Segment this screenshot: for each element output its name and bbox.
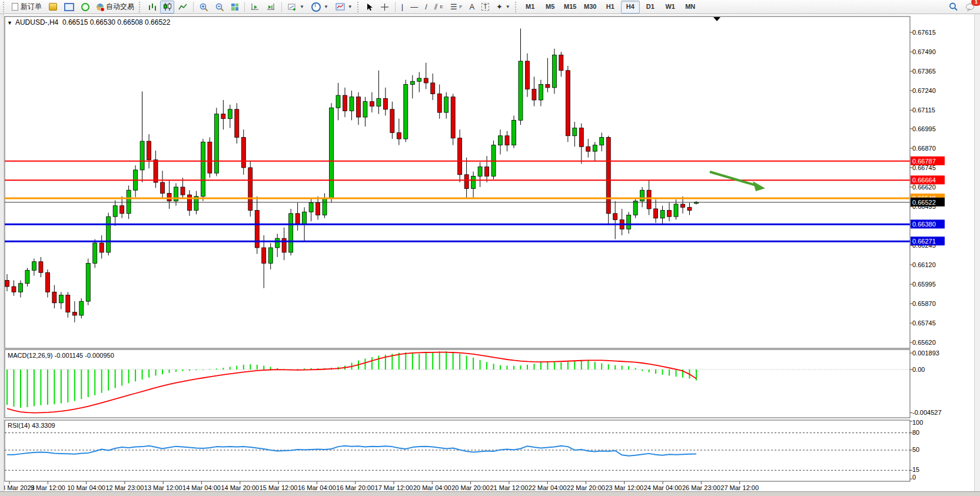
symbol-dropdown-icon[interactable]: ▼	[7, 20, 12, 26]
chevron-down-icon: ▼	[324, 4, 328, 9]
zoom-in-button[interactable]	[197, 1, 211, 14]
svg-text:27 Mar 12:00: 27 Mar 12:00	[720, 484, 759, 491]
svg-text:0.66120: 0.66120	[912, 261, 936, 268]
svg-text:26 Mar 23:00: 26 Mar 23:00	[682, 484, 720, 491]
main-toolbar: 新订单 自动交易	[0, 0, 980, 14]
svg-text:0.00: 0.00	[912, 366, 925, 373]
svg-text:14 Mar 04:00: 14 Mar 04:00	[182, 484, 221, 491]
gold-box-icon	[49, 3, 57, 11]
auto-scroll-icon	[251, 3, 260, 11]
trendline-tool[interactable]: /	[422, 1, 430, 14]
chart-canvas[interactable]: 0.676150.674900.673650.672400.671150.669…	[0, 14, 980, 496]
tile-windows-icon	[231, 4, 238, 11]
svg-text:0.65995: 0.65995	[912, 281, 936, 288]
toolbar-separator	[244, 2, 245, 12]
svg-text:0.66620: 0.66620	[912, 184, 936, 191]
svg-text:0.65870: 0.65870	[912, 300, 936, 307]
bar-chart-button[interactable]	[145, 1, 159, 14]
chevron-down-icon: ▼	[348, 4, 353, 9]
new-order-button[interactable]: 新订单	[9, 1, 45, 14]
candlestick-icon	[163, 3, 171, 11]
periods-button[interactable]: ▼	[308, 1, 331, 14]
text-label-tool[interactable]: T	[479, 1, 492, 14]
new-chart-icon	[288, 3, 297, 11]
svg-text:0.001893: 0.001893	[912, 349, 939, 357]
svg-text:0.67365: 0.67365	[912, 68, 936, 75]
svg-text:0.65745: 0.65745	[912, 319, 936, 327]
fibonacci-tool[interactable]: ☰F	[447, 1, 466, 14]
equidistant-channel-tool[interactable]: ⫽E	[431, 1, 446, 14]
timeframe-m30[interactable]: M30	[581, 1, 600, 14]
svg-text:24 Mar 04:00: 24 Mar 04:00	[644, 484, 682, 491]
toolbar-separator	[193, 2, 194, 12]
chart-ohlc-values: 0.66515 0.66530 0.66508 0.66522	[62, 18, 171, 26]
svg-text:23 Mar 12:00: 23 Mar 12:00	[605, 484, 643, 491]
templates-button[interactable]: ▼	[333, 1, 356, 14]
svg-text:0.66870: 0.66870	[912, 145, 936, 152]
zoom-out-button[interactable]	[212, 1, 227, 14]
auto-trading-icon	[97, 4, 104, 11]
svg-text:0.66522: 0.66522	[912, 199, 936, 206]
text-icon: A	[469, 3, 474, 11]
crosshair-icon	[380, 3, 389, 11]
svg-text:16 Mar 04:00: 16 Mar 04:00	[298, 484, 336, 491]
auto-trading-label: 自动交易	[106, 2, 134, 12]
svg-text:9 Mar 12:00: 9 Mar 12:00	[31, 484, 65, 491]
svg-text:0.67115: 0.67115	[912, 106, 935, 114]
data-window-button[interactable]	[61, 1, 77, 14]
new-chart-button[interactable]: ▼	[285, 1, 307, 14]
chart-shift-button[interactable]	[264, 1, 278, 14]
new-order-label: 新订单	[21, 2, 42, 12]
line-chart-icon	[178, 3, 187, 11]
tile-windows-button[interactable]	[228, 1, 241, 14]
rsi-indicator-label: RSI(14) 43.3309	[8, 422, 55, 429]
timeframe-w1[interactable]: W1	[661, 1, 680, 14]
search-button[interactable]	[946, 1, 961, 14]
arrows-tool[interactable]: ✦▼	[493, 1, 513, 14]
timeframe-h1[interactable]: H1	[601, 1, 620, 14]
svg-text:15 Mar 12:00: 15 Mar 12:00	[260, 484, 298, 491]
vertical-line-tool[interactable]: |	[398, 1, 406, 14]
horizontal-line-tool[interactable]: —	[407, 1, 421, 14]
chart-template-icon	[335, 3, 345, 11]
svg-text:0.66995: 0.66995	[912, 125, 936, 132]
window-right-edge	[974, 14, 980, 492]
chart-window: 0.676150.674900.673650.672400.671150.669…	[0, 14, 980, 496]
shapes-icon: ✦	[496, 3, 503, 11]
chevron-down-icon: ▼	[300, 4, 304, 9]
svg-text:50: 50	[912, 446, 919, 453]
line-chart-button[interactable]	[175, 1, 190, 14]
svg-text:16 Mar 20:00: 16 Mar 20:00	[336, 484, 374, 491]
timeframe-m5[interactable]: M5	[541, 1, 560, 14]
vertical-line-icon: |	[401, 3, 403, 11]
notifications-button[interactable]: 1	[962, 1, 978, 14]
timeframe-m15[interactable]: M15	[561, 1, 580, 14]
channel-icon: ⫽	[434, 3, 438, 11]
timeframe-mn[interactable]: MN	[681, 1, 700, 14]
svg-text:0.67240: 0.67240	[912, 87, 936, 94]
timeframe-d1[interactable]: D1	[641, 1, 660, 14]
auto-trading-button[interactable]: 自动交易	[94, 1, 137, 14]
signals-button[interactable]	[78, 1, 92, 14]
text-tool[interactable]: A	[466, 1, 477, 14]
svg-text:-0.004527: -0.004527	[912, 409, 942, 416]
fibonacci-icon: ☰	[450, 3, 457, 11]
toolbar-grip	[3, 2, 6, 12]
svg-text:20 Mar 04:00: 20 Mar 04:00	[413, 484, 451, 491]
svg-text:0: 0	[912, 474, 916, 481]
market-watch-button[interactable]	[46, 1, 60, 14]
chart-shift-icon	[267, 3, 275, 11]
svg-text:8 Mar 2023: 8 Mar 2023	[2, 484, 35, 491]
toolbar-grip	[357, 2, 360, 12]
new-order-icon	[12, 3, 18, 11]
timeframe-h4[interactable]: H4	[621, 1, 640, 14]
auto-scroll-button[interactable]	[248, 1, 263, 14]
crosshair-button[interactable]	[377, 1, 392, 14]
toolbar-separator	[281, 2, 282, 12]
timeframe-m1[interactable]: M1	[521, 1, 540, 14]
svg-text:0.66271: 0.66271	[912, 238, 936, 245]
candlestick-chart-button[interactable]	[160, 1, 174, 14]
toolbar-grip	[139, 2, 142, 12]
cursor-button[interactable]	[363, 1, 376, 14]
data-window-icon	[64, 3, 74, 11]
